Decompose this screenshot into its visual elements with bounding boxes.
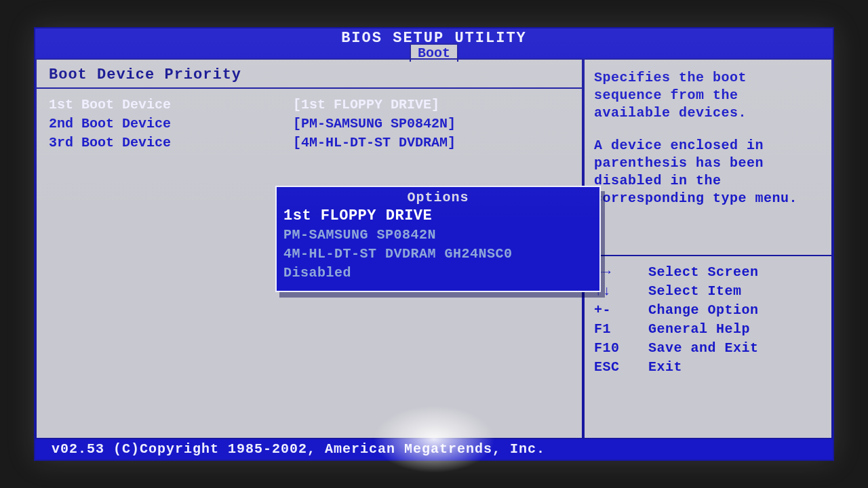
boot-row-value: [4M-HL-DT-ST DVDRAM] — [293, 134, 571, 152]
boot-row-label: 2nd Boot Device — [49, 115, 293, 134]
help-panel: Specifies the boot sequence from the ava… — [582, 58, 833, 439]
options-popup: Options 1st FLOPPY DRIVE PM-SAMSUNG SP08… — [275, 186, 601, 292]
section-divider — [37, 87, 583, 89]
options-popup-title: Options — [277, 187, 599, 207]
boot-row-value: [PM-SAMSUNG SP0842N] — [293, 115, 571, 134]
hint-select-screen: ←→Select Screen — [594, 263, 821, 282]
section-title: Boot Device Priority — [49, 66, 571, 83]
footer-text: v02.53 (C)Copyright 1985-2002, American … — [52, 441, 545, 457]
boot-row-3[interactable]: 3rd Boot Device [4M-HL-DT-ST DVDRAM] — [49, 134, 571, 152]
options-list: 1st FLOPPY DRIVE PM-SAMSUNG SP0842N 4M-H… — [277, 207, 599, 283]
boot-row-label: 3rd Boot Device — [49, 134, 293, 152]
hint-general-help: F1General Help — [594, 320, 821, 339]
bios-screen: BIOS SETUP UTILITY Boot Boot Device Prio… — [34, 27, 834, 461]
option-item-1[interactable]: 1st FLOPPY DRIVE — [283, 207, 593, 226]
help-paragraph-2: A device enclosed in parenthesis has bee… — [594, 137, 821, 207]
hint-change-option: +-Change Option — [594, 301, 821, 320]
boot-row-2[interactable]: 2nd Boot Device [PM-SAMSUNG SP0842N] — [49, 115, 571, 134]
help-paragraph-1: Specifies the boot sequence from the ava… — [594, 69, 821, 122]
option-item-2[interactable]: PM-SAMSUNG SP0842N — [283, 226, 593, 245]
key-hints: ←→Select Screen ↑↓Select Item +-Change O… — [594, 263, 821, 377]
option-item-3[interactable]: 4M-HL-DT-ST DVDRAM GH24NSC0 — [283, 245, 593, 264]
hint-exit: ESCExit — [594, 358, 821, 377]
hint-select-item: ↑↓Select Item — [594, 282, 821, 301]
help-divider — [583, 255, 831, 256]
option-item-4[interactable]: Disabled — [283, 264, 593, 283]
boot-rows: 1st Boot Device [1st FLOPPY DRIVE] 2nd B… — [49, 96, 571, 152]
boot-row-label: 1st Boot Device — [49, 96, 293, 115]
hint-save-exit: F10Save and Exit — [594, 339, 821, 358]
boot-row-1[interactable]: 1st Boot Device [1st FLOPPY DRIVE] — [49, 96, 571, 115]
help-text: Specifies the boot sequence from the ava… — [594, 69, 821, 207]
footer-bar: v02.53 (C)Copyright 1985-2002, American … — [35, 439, 833, 460]
boot-row-value: [1st FLOPPY DRIVE] — [293, 96, 571, 115]
